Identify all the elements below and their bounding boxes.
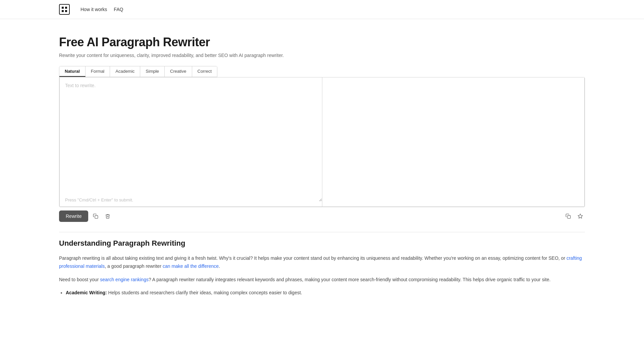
svg-rect-1: [62, 10, 64, 12]
rewrite-button[interactable]: Rewrite: [59, 210, 88, 222]
tabs-row: Natural Formal Academic Simple Creative …: [59, 66, 217, 77]
nav-how-it-works[interactable]: How it works: [80, 7, 107, 12]
logo-icon: [59, 4, 70, 15]
info-paragraph-1: Paragraph rewriting is all about taking …: [59, 254, 585, 270]
tab-correct[interactable]: Correct: [192, 66, 217, 77]
delete-button[interactable]: [103, 212, 112, 221]
tab-academic[interactable]: Academic: [110, 66, 140, 77]
nav-faq[interactable]: FAQ: [114, 7, 123, 12]
list-item-bold: Academic Writing:: [66, 290, 107, 295]
svg-rect-2: [65, 7, 67, 9]
nav-links: How it works FAQ: [80, 7, 123, 12]
svg-rect-3: [65, 10, 67, 12]
list-item-text: Helps students and researchers clarify t…: [108, 290, 302, 295]
svg-rect-5: [568, 216, 571, 219]
editor-section: Press "Cmd/Ctrl + Enter" to submit.: [59, 77, 585, 207]
tab-simple[interactable]: Simple: [140, 66, 165, 77]
svg-rect-4: [95, 216, 98, 219]
main-content: Free AI Paragraph Rewriter Rewrite your …: [0, 19, 644, 316]
input-textarea[interactable]: [60, 77, 322, 201]
link-crafting[interactable]: crafting professional materials: [59, 255, 582, 269]
tab-formal[interactable]: Formal: [86, 66, 110, 77]
editor-wrapper: Press "Cmd/Ctrl + Enter" to submit.: [59, 77, 585, 207]
enhance-button[interactable]: [576, 212, 585, 221]
toolbar-row: Rewrite: [59, 207, 585, 225]
navbar: How it works FAQ: [0, 0, 644, 19]
input-pane: Press "Cmd/Ctrl + Enter" to submit.: [60, 77, 322, 206]
toolbar-left: Rewrite: [59, 210, 112, 222]
copy-output-button[interactable]: [564, 212, 573, 221]
copy-button[interactable]: [91, 212, 100, 221]
output-pane: [322, 77, 585, 206]
svg-marker-6: [578, 214, 582, 218]
page-subtitle: Rewrite your content for uniqueness, cla…: [59, 53, 585, 58]
section-divider: [59, 232, 585, 232]
info-list: Academic Writing: Helps students and res…: [59, 289, 585, 297]
tab-creative[interactable]: Creative: [165, 66, 192, 77]
info-paragraph-2: Need to boost your search engine ranking…: [59, 276, 585, 284]
info-title: Understanding Paragraph Rewriting: [59, 239, 585, 248]
svg-rect-0: [62, 7, 64, 9]
link-difference[interactable]: can make all the difference: [163, 263, 219, 269]
toolbar-right: [564, 212, 585, 221]
list-item: Academic Writing: Helps students and res…: [66, 289, 585, 297]
page-title: Free AI Paragraph Rewriter: [59, 35, 585, 49]
info-section: Understanding Paragraph Rewriting Paragr…: [59, 239, 585, 297]
tab-natural[interactable]: Natural: [59, 66, 86, 77]
link-search-engine[interactable]: search engine rankings: [100, 277, 149, 282]
